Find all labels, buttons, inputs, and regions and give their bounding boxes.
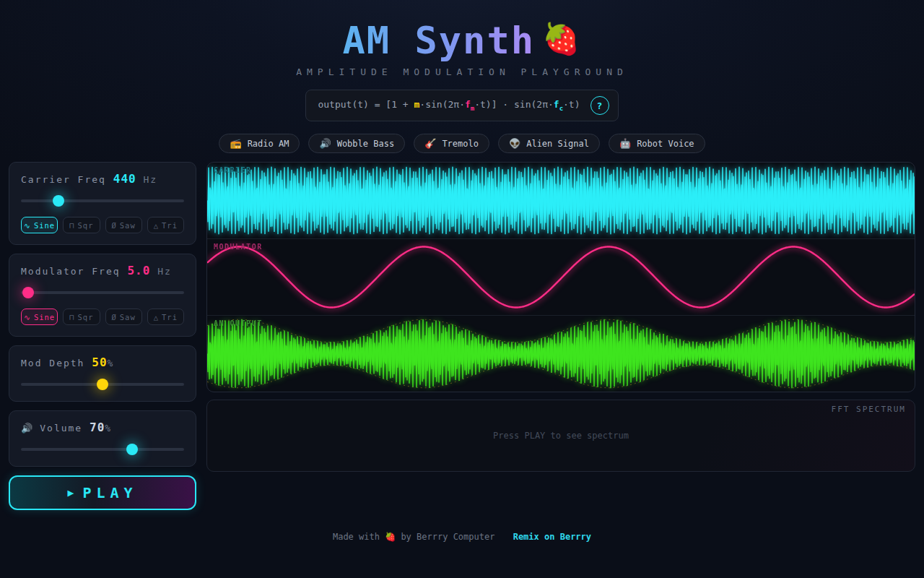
mod-depth-value: 50 xyxy=(92,355,107,369)
am-output-scope-label: AM OUTPUT xyxy=(214,319,263,327)
radio-icon: 📻 xyxy=(230,138,241,149)
strawberry-icon: 🍓 xyxy=(542,21,581,56)
play-button-label: PLAY xyxy=(82,484,137,501)
fft-spectrum-panel: FFT SPECTRUM Press PLAY to see spectrum xyxy=(206,400,915,472)
mod-depth-slider-thumb[interactable] xyxy=(97,379,108,390)
sine-wave-icon: ∿ xyxy=(24,313,31,322)
preset-row: 📻 Radio AM 🔊 Wobble Bass 🎸 Tremolo 👽 Ali… xyxy=(0,134,924,153)
formula-text: output(t) = [1 + m·sin(2π·fm·t)] · sin(2… xyxy=(318,99,580,112)
mod-depth-card: Mod Depth 50% xyxy=(9,345,196,402)
formula-row: output(t) = [1 + m·sin(2π·fm·t)] · sin(2… xyxy=(0,77,924,121)
slider-track[interactable] xyxy=(21,199,184,202)
slider-track[interactable] xyxy=(21,291,184,294)
modulator-waveform xyxy=(207,239,915,315)
volume-value: 70 xyxy=(90,420,105,434)
preset-radio-am[interactable]: 📻 Radio AM xyxy=(219,134,300,153)
carrier-wave-triangle-button[interactable]: △Tri xyxy=(147,217,184,233)
carrier-wave-square-button[interactable]: ⊓Sqr xyxy=(63,217,100,233)
modulator-wave-triangle-button[interactable]: △Tri xyxy=(147,309,184,325)
scope-area: CARRIER MODULATOR AM OUTPUT FFT SPECTRUM… xyxy=(206,162,915,510)
alien-icon: 👽 xyxy=(509,138,520,149)
slider-track[interactable] xyxy=(21,448,184,451)
modulator-freq-slider-thumb[interactable] xyxy=(22,287,34,298)
volume-slider-thumb[interactable] xyxy=(126,444,138,455)
am-synth-app: AM Synth🍓 AMPLITUDE MODULATION PLAYGROUN… xyxy=(0,0,924,578)
modulator-wave-sine-button[interactable]: ∿Sine xyxy=(21,309,58,325)
preset-robot-voice[interactable]: 🤖 Robot Voice xyxy=(609,134,705,153)
carrier-wave-saw-button[interactable]: ØSaw xyxy=(105,217,142,233)
triangle-wave-icon: △ xyxy=(154,313,159,322)
robot-icon: 🤖 xyxy=(619,138,631,149)
preset-label: Wobble Bass xyxy=(337,139,394,149)
volume-slider[interactable] xyxy=(21,444,184,455)
sine-wave-icon: ∿ xyxy=(24,221,31,230)
carrier-freq-slider[interactable] xyxy=(21,195,184,207)
modulator-freq-label: Modulator Freq 5.0 Hz xyxy=(21,264,184,277)
square-wave-icon: ⊓ xyxy=(69,221,74,230)
saw-wave-icon: Ø xyxy=(111,221,116,230)
mod-depth-slider[interactable] xyxy=(21,379,184,390)
page-title-text: AM Synth xyxy=(343,19,535,62)
modulator-wave-selector: ∿Sine ⊓Sqr ØSaw △Tri xyxy=(21,309,184,325)
preset-label: Tremolo xyxy=(442,139,479,149)
formula-bar: output(t) = [1 + m·sin(2π·fm·t)] · sin(2… xyxy=(305,90,618,121)
carrier-freq-card: Carrier Freq 440 Hz ∿Sine ⊓Sqr ØSaw △Tri xyxy=(9,162,196,245)
preset-tremolo[interactable]: 🎸 Tremolo xyxy=(414,134,489,153)
carrier-scope: CARRIER xyxy=(207,163,915,238)
carrier-wave-sine-button[interactable]: ∿Sine xyxy=(21,217,58,233)
footer-credit: Made with 🍓 by Berrry Computer xyxy=(333,532,495,542)
carrier-freq-value: 440 xyxy=(113,172,136,186)
main-content: Carrier Freq 440 Hz ∿Sine ⊓Sqr ØSaw △Tri xyxy=(0,162,924,510)
play-button[interactable]: ▶PLAY xyxy=(9,475,196,510)
carrier-freq-slider-thumb[interactable] xyxy=(53,195,64,207)
modulator-freq-card: Modulator Freq 5.0 Hz ∿Sine ⊓Sqr ØSaw △T… xyxy=(9,254,196,337)
preset-alien-signal[interactable]: 👽 Alien Signal xyxy=(498,134,600,153)
carrier-waveform xyxy=(207,163,915,238)
am-output-waveform xyxy=(207,316,915,392)
volume-card: 🔊Volume 70% xyxy=(9,410,196,467)
fc-symbol: fc xyxy=(554,99,563,110)
volume-label: 🔊Volume 70% xyxy=(21,420,184,434)
square-wave-icon: ⊓ xyxy=(69,313,74,322)
page-title: AM Synth🍓 xyxy=(0,20,924,61)
saw-wave-icon: Ø xyxy=(111,313,116,322)
modulator-wave-saw-button[interactable]: ØSaw xyxy=(105,309,142,325)
page-subtitle: AMPLITUDE MODULATION PLAYGROUND xyxy=(0,66,924,77)
fft-placeholder-text: Press PLAY to see spectrum xyxy=(207,400,915,471)
mod-depth-label: Mod Depth 50% xyxy=(21,355,184,369)
oscilloscope-panel: CARRIER MODULATOR AM OUTPUT xyxy=(206,162,915,392)
preset-label: Radio AM xyxy=(248,139,289,149)
remix-link[interactable]: Remix on Berrry xyxy=(513,532,591,542)
carrier-freq-label: Carrier Freq 440 Hz xyxy=(21,172,184,186)
play-icon: ▶ xyxy=(67,486,74,499)
control-sidebar: Carrier Freq 440 Hz ∿Sine ⊓Sqr ØSaw △Tri xyxy=(9,162,196,510)
carrier-scope-label: CARRIER xyxy=(214,166,252,174)
speaker-icon: 🔊 xyxy=(319,138,331,149)
modulator-freq-value: 5.0 xyxy=(127,264,150,277)
modulator-scope-label: MODULATOR xyxy=(214,243,263,251)
header: AM Synth🍓 AMPLITUDE MODULATION PLAYGROUN… xyxy=(0,20,924,153)
am-output-scope: AM OUTPUT xyxy=(207,315,915,392)
guitar-icon: 🎸 xyxy=(424,138,436,149)
help-button[interactable]: ? xyxy=(590,96,609,115)
carrier-wave-selector: ∿Sine ⊓Sqr ØSaw △Tri xyxy=(21,217,184,233)
triangle-wave-icon: △ xyxy=(154,221,159,230)
modulator-wave-square-button[interactable]: ⊓Sqr xyxy=(63,309,100,325)
footer: Made with 🍓 by Berrry Computer Remix on … xyxy=(0,532,924,542)
preset-label: Robot Voice xyxy=(637,139,694,149)
volume-speaker-icon: 🔊 xyxy=(21,423,34,434)
preset-wobble-bass[interactable]: 🔊 Wobble Bass xyxy=(308,134,405,153)
modulator-freq-slider[interactable] xyxy=(21,287,184,298)
modulator-scope: MODULATOR xyxy=(207,238,915,315)
preset-label: Alien Signal xyxy=(526,139,589,149)
fm-symbol: fm xyxy=(465,99,474,110)
